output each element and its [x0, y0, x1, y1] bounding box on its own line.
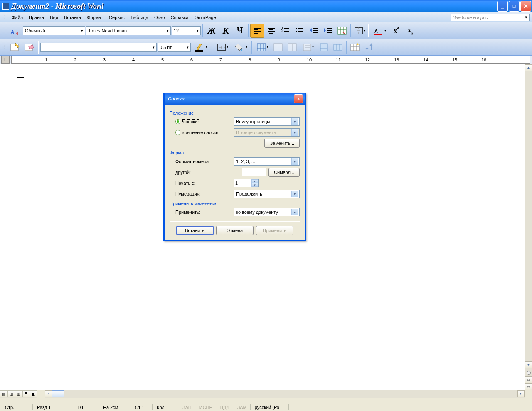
svg-text:2: 2	[74, 57, 76, 62]
scroll-left-button[interactable]: ◄	[45, 390, 52, 397]
dialog-title-bar[interactable]: Сноски ×	[165, 93, 305, 105]
help-search-combo[interactable]: Введите вопрос ▾	[451, 14, 530, 21]
sort-button[interactable]	[363, 41, 376, 54]
apply-to-select[interactable]: ко всему документу▾	[234, 208, 300, 216]
subscript-button[interactable]: x₂	[404, 24, 417, 37]
status-ext[interactable]: ВДЛ	[217, 404, 233, 410]
normal-view-button[interactable]: ▤	[0, 390, 7, 397]
start-at-input[interactable]	[234, 181, 250, 186]
align-center-button[interactable]	[265, 24, 278, 37]
help-search-placeholder: Введите вопрос	[453, 15, 488, 20]
bold-button[interactable]: Ж	[205, 24, 218, 37]
browse-object-button[interactable]	[527, 371, 531, 375]
minimize-button[interactable]: _	[497, 1, 508, 12]
spin-down[interactable]: ▼	[251, 183, 258, 187]
label-numbering: Нумерация:	[175, 191, 234, 196]
outside-border-button[interactable]: ▾	[214, 41, 231, 54]
scroll-right-button[interactable]: ►	[517, 390, 525, 397]
label-number-format: Формат номера:	[175, 159, 234, 164]
border-color-button[interactable]: ▾	[192, 41, 210, 54]
menu-window[interactable]: Окно	[151, 14, 168, 21]
superscript-button[interactable]: x²	[389, 24, 403, 37]
draw-table-icon[interactable]	[9, 41, 22, 54]
radio-endnotes[interactable]	[175, 130, 180, 135]
section-format: Формат	[170, 150, 300, 155]
radio-footnotes-label[interactable]: сноски:	[182, 119, 200, 124]
align-left-button[interactable]	[251, 24, 264, 37]
style-combo[interactable]: Обычный▾	[23, 26, 85, 35]
hscroll-thumb[interactable]	[52, 390, 64, 397]
radio-footnotes[interactable]	[175, 119, 180, 124]
menu-file[interactable]: Файл	[9, 14, 26, 21]
increase-indent-button[interactable]	[321, 24, 335, 37]
close-button[interactable]: ×	[520, 1, 531, 12]
print-view-button[interactable]: ▥	[15, 390, 22, 397]
menu-format[interactable]: Формат	[84, 14, 106, 21]
radio-endnotes-label[interactable]: концевые сноски:	[182, 130, 220, 135]
horizontal-ruler[interactable]: 12345 678910 111213141516	[11, 56, 530, 64]
ruler-row: L 12345 678910 111213141516	[0, 56, 532, 64]
svg-text:3: 3	[103, 57, 106, 62]
eraser-icon[interactable]	[23, 41, 36, 54]
status-trk[interactable]: ИСПР	[196, 404, 216, 410]
scroll-down-button[interactable]: ▼	[525, 361, 532, 368]
font-size-combo[interactable]: 12▾	[172, 26, 201, 35]
numbering-select[interactable]: Продолжить▾	[234, 190, 300, 198]
start-at-spinner[interactable]: ▲▼	[234, 179, 259, 187]
custom-mark-input[interactable]	[242, 168, 266, 176]
underline-button[interactable]: Ч	[233, 24, 246, 37]
status-language[interactable]: русский (Ро	[251, 404, 289, 410]
footnotes-dialog: Сноски × Положение сноски: Внизу страниц…	[163, 93, 306, 241]
distribute-rows-button[interactable]	[317, 41, 330, 54]
apply-button[interactable]: Применить	[256, 226, 293, 235]
cancel-button[interactable]: Отмена	[216, 226, 254, 235]
web-view-button[interactable]: ◫	[7, 390, 15, 397]
italic-button[interactable]: К	[219, 24, 232, 37]
number-format-select[interactable]: 1, 2, 3, ...▾	[234, 157, 300, 166]
spin-up[interactable]: ▲	[251, 179, 258, 183]
merge-cells-button[interactable]	[271, 41, 285, 54]
outline-view-button[interactable]: ≣	[22, 390, 30, 397]
font-color-button[interactable]: A▾	[370, 24, 389, 37]
insert-button[interactable]: Вставить	[176, 226, 214, 235]
reading-view-button[interactable]: ◧	[30, 390, 37, 397]
menu-edit[interactable]: Правка	[26, 14, 47, 21]
tab-selector[interactable]: L	[1, 56, 10, 64]
maximize-button[interactable]: □	[509, 1, 520, 12]
svg-point-4	[296, 28, 297, 29]
replace-button[interactable]: Заменить...	[264, 139, 300, 148]
split-cells-button[interactable]	[286, 41, 299, 54]
next-page-button[interactable]: ▾▾	[525, 383, 532, 390]
insert-worksheet-icon[interactable]	[335, 24, 349, 37]
styles-pane-icon[interactable]: A4	[9, 24, 22, 37]
symbol-button[interactable]: Символ...	[268, 168, 300, 177]
insert-table-button[interactable]: ▾	[254, 41, 271, 54]
menu-insert[interactable]: Вставка	[61, 14, 84, 21]
cell-align-button[interactable]: ▾	[300, 41, 316, 54]
shading-color-button[interactable]: ▾	[232, 41, 250, 54]
status-rec[interactable]: ЗАП	[179, 404, 195, 410]
distribute-cols-button[interactable]	[331, 41, 345, 54]
font-combo[interactable]: Times New Roman▾	[86, 26, 171, 35]
menu-view[interactable]: Вид	[47, 14, 61, 21]
footnote-position-select[interactable]: Внизу страницы▾	[234, 117, 300, 126]
menu-tools[interactable]: Сервис	[106, 14, 128, 21]
dialog-close-button[interactable]: ×	[294, 94, 303, 103]
menu-omnipage[interactable]: OmniPage	[192, 14, 219, 21]
menu-table[interactable]: Таблица	[128, 14, 151, 21]
svg-rect-6	[338, 27, 346, 34]
svg-text:A: A	[10, 29, 14, 34]
line-style-combo[interactable]: ▾	[40, 43, 157, 52]
scroll-up-button[interactable]: ▲	[525, 64, 532, 71]
decrease-indent-button[interactable]	[307, 24, 320, 37]
autoformat-table-button[interactable]	[349, 41, 362, 54]
status-ovr[interactable]: ЗАМ	[234, 404, 251, 410]
menu-help[interactable]: Справка	[167, 14, 191, 21]
bullet-list-button[interactable]	[293, 24, 306, 37]
line-weight-combo[interactable]: 0,5 пт▾	[158, 43, 191, 52]
numbered-list-button[interactable]: 12	[279, 24, 292, 37]
horizontal-scrollbar[interactable]: ◄ ►	[45, 390, 525, 398]
vertical-scrollbar[interactable]: ▲ ▼ ▴▴ ▾▾	[525, 64, 532, 390]
borders-button[interactable]: ▾	[353, 24, 366, 37]
prev-page-button[interactable]: ▴▴	[525, 376, 532, 383]
